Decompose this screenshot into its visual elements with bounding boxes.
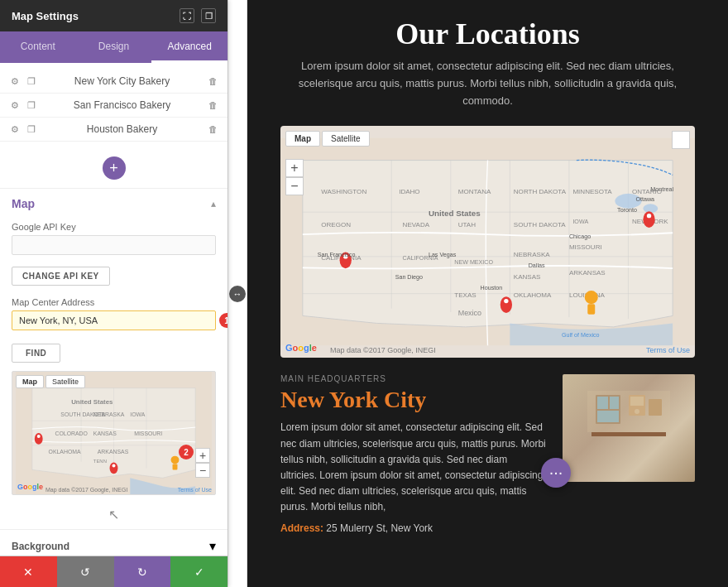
resize-icon: ↔: [229, 286, 246, 302]
svg-rect-91: [587, 391, 670, 432]
svg-point-60: [643, 204, 658, 214]
address-row: 1: [12, 310, 216, 330]
background-section-title: Background: [12, 541, 69, 552]
fullscreen-button[interactable]: ⛶: [672, 131, 690, 149]
map-section-header: Map ▴: [0, 188, 228, 219]
panel-resize-icon[interactable]: ⛶: [180, 8, 194, 23]
mini-zoom-in-button[interactable]: +: [195, 448, 210, 463]
big-map-tab-satellite[interactable]: Satellite: [322, 131, 370, 147]
big-map-tab-map[interactable]: Map: [285, 131, 320, 147]
mini-map-credit: Map data ©2017 Google, INEGI: [46, 487, 127, 493]
big-google-logo: Google: [285, 343, 317, 353]
delete-icon[interactable]: 🗑: [206, 99, 219, 112]
address-label: Address:: [280, 522, 323, 534]
settings-icon[interactable]: ⚙: [8, 123, 22, 136]
change-api-key-button[interactable]: CHANGE API KEY: [12, 267, 110, 286]
location-item-icons: ⚙ ❐: [8, 99, 38, 112]
svg-text:MINNESOTA: MINNESOTA: [572, 188, 612, 195]
location-description: Lorem ipsum dolor sit amet, consectetur …: [280, 420, 546, 515]
copy-icon[interactable]: ❐: [25, 123, 38, 136]
panel-content: ⚙ ❐ New York City Bakery 🗑 ⚙ ❐ San Franc…: [0, 63, 228, 556]
api-key-input[interactable]: [12, 235, 216, 255]
svg-marker-26: [303, 161, 673, 327]
cursor-icon: ↖: [108, 507, 119, 522]
location-card-image: [563, 374, 695, 482]
svg-text:OKLAHOMA: OKLAHOMA: [49, 449, 81, 455]
big-zoom-out-button[interactable]: −: [285, 177, 304, 195]
svg-text:NEBRASKA: NEBRASKA: [93, 411, 125, 417]
map-center-input[interactable]: [12, 310, 216, 330]
add-location-button[interactable]: +: [103, 156, 126, 180]
mini-map-tab-satellite[interactable]: Satellite: [46, 375, 85, 388]
tab-content[interactable]: Content: [0, 31, 76, 63]
drag-handle[interactable]: ↔: [228, 0, 247, 587]
location-name: New York City Bakery: [43, 75, 201, 87]
svg-text:Toronto: Toronto: [617, 208, 637, 214]
big-map-zoom: + −: [285, 159, 304, 195]
location-tag: MAIN HEADQUARTERS: [280, 374, 546, 383]
add-location-row: +: [0, 148, 228, 188]
big-map: WASHINGTON OREGON CALIFORNIA IDAHO NEVAD…: [280, 126, 695, 358]
location-card-text: MAIN HEADQUARTERS New York City Lorem ip…: [280, 374, 546, 533]
location-item-icons: ⚙ ❐: [8, 123, 38, 136]
svg-text:Mexico: Mexico: [458, 310, 481, 318]
address-input-wrap: 1: [12, 310, 216, 330]
undo-button[interactable]: ↺: [57, 556, 114, 587]
svg-text:COLORADO: COLORADO: [55, 431, 88, 436]
settings-icon[interactable]: ⚙: [8, 75, 22, 88]
svg-text:NEW MEXICO: NEW MEXICO: [454, 259, 493, 266]
list-item: ⚙ ❐ San Francisco Bakery 🗑: [0, 94, 228, 118]
mini-map-tab-map[interactable]: Map: [16, 375, 44, 388]
settings-icon[interactable]: ⚙: [8, 99, 22, 112]
location-list: ⚙ ❐ New York City Bakery 🗑 ⚙ ❐ San Franc…: [0, 63, 228, 148]
copy-icon[interactable]: ❐: [25, 75, 38, 88]
map-section-toggle[interactable]: ▴: [211, 198, 216, 209]
left-panel: Map Settings ⛶ ❐ Content Design Advanced…: [0, 0, 228, 587]
svg-text:Ottawa: Ottawa: [635, 196, 654, 203]
background-section-header[interactable]: Background ▾: [0, 530, 228, 556]
panel-title: Map Settings: [12, 10, 79, 22]
svg-text:WASHINGTON: WASHINGTON: [321, 188, 366, 195]
svg-point-19: [37, 435, 41, 438]
mini-zoom-out-button[interactable]: −: [195, 463, 210, 478]
api-key-label: Google API Key: [12, 222, 216, 232]
panel-copy-icon[interactable]: ❐: [201, 8, 216, 23]
redo-button[interactable]: ↻: [114, 556, 171, 587]
address-text: 25 Mulerry St, New York: [326, 522, 433, 534]
list-item: ⚙ ❐ Houston Bakery 🗑: [0, 118, 228, 142]
svg-text:KANSAS: KANSAS: [514, 273, 541, 281]
svg-text:United States: United States: [71, 398, 113, 406]
svg-text:UTAH: UTAH: [458, 221, 476, 229]
right-panel: Our Locations Lorem ipsum dolor sit amet…: [247, 0, 728, 587]
delete-icon[interactable]: 🗑: [206, 75, 219, 88]
floating-action-button[interactable]: ···: [541, 458, 571, 488]
room-image: [563, 374, 695, 482]
tab-design[interactable]: Design: [76, 31, 152, 63]
background-section: Background ▾: [0, 529, 228, 556]
svg-text:OREGON: OREGON: [321, 221, 351, 229]
svg-text:MISSOURI: MISSOURI: [134, 431, 162, 436]
mini-map-terms[interactable]: Terms of Use: [178, 487, 212, 493]
svg-rect-72: [587, 305, 595, 315]
big-map-fullscreen: ⛶: [672, 131, 690, 149]
mini-map-tabs: Map Satellite: [16, 375, 85, 388]
api-key-field-group: Google API Key: [0, 219, 228, 263]
right-content: Our Locations Lorem ipsum dolor sit amet…: [247, 0, 728, 559]
save-button[interactable]: ✓: [170, 556, 228, 587]
address-badge-1: 1: [219, 313, 228, 328]
map-badge-2: 2: [179, 445, 194, 459]
tab-advanced[interactable]: Advanced: [151, 31, 228, 63]
svg-text:TENN: TENN: [93, 459, 107, 464]
svg-text:Dallas: Dallas: [529, 263, 545, 270]
big-map-tabs: Map Satellite: [285, 131, 370, 147]
panel-header-icons: ⛶ ❐: [180, 8, 216, 23]
cancel-button[interactable]: ✕: [0, 556, 57, 587]
delete-icon[interactable]: 🗑: [206, 123, 219, 136]
copy-icon[interactable]: ❐: [25, 99, 38, 112]
big-zoom-in-button[interactable]: +: [285, 159, 304, 177]
map-center-label: Map Center Address: [12, 297, 216, 307]
find-button[interactable]: FIND: [12, 344, 60, 363]
big-map-terms[interactable]: Terms of Use: [646, 346, 690, 354]
map-section-title: Map: [12, 197, 35, 210]
address-info: Address: 25 Mulerry St, New York: [280, 522, 546, 534]
